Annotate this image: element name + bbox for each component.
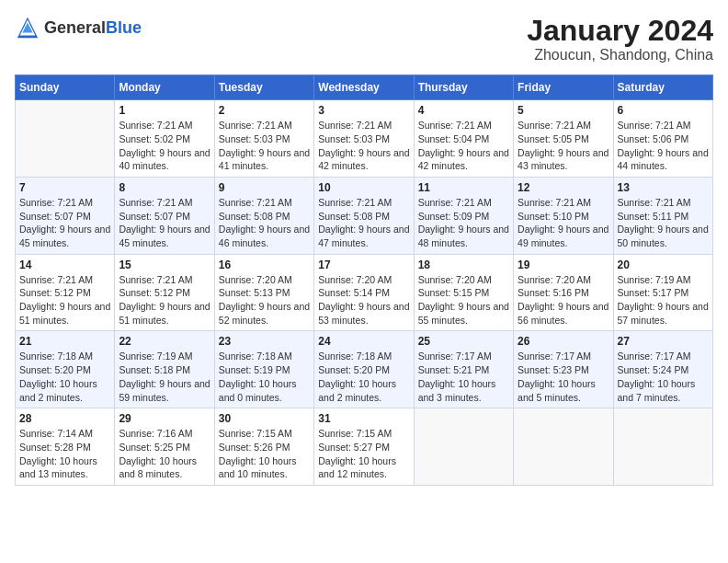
table-cell: 9Sunrise: 7:21 AM Sunset: 5:08 PM Daylig… — [214, 177, 313, 254]
day-info: Sunrise: 7:20 AM Sunset: 5:15 PM Dayligh… — [418, 273, 509, 327]
day-info: Sunrise: 7:21 AM Sunset: 5:02 PM Dayligh… — [119, 119, 210, 173]
calendar-row: 1Sunrise: 7:21 AM Sunset: 5:02 PM Daylig… — [16, 100, 713, 178]
calendar-row: 7Sunrise: 7:21 AM Sunset: 5:07 PM Daylig… — [16, 177, 713, 254]
table-cell — [414, 408, 513, 486]
day-info: Sunrise: 7:21 AM Sunset: 5:12 PM Dayligh… — [19, 273, 110, 327]
page-header: GeneralBlue January 2024 Zhoucun, Shando… — [15, 15, 713, 63]
table-cell: 23Sunrise: 7:18 AM Sunset: 5:19 PM Dayli… — [214, 331, 313, 408]
table-cell: 11Sunrise: 7:21 AM Sunset: 5:09 PM Dayli… — [414, 177, 513, 254]
day-number: 1 — [119, 104, 210, 117]
day-number: 21 — [19, 335, 110, 348]
day-info: Sunrise: 7:17 AM Sunset: 5:23 PM Dayligh… — [518, 350, 609, 404]
table-cell: 10Sunrise: 7:21 AM Sunset: 5:08 PM Dayli… — [314, 177, 414, 254]
day-info: Sunrise: 7:21 AM Sunset: 5:07 PM Dayligh… — [19, 196, 110, 250]
table-cell: 19Sunrise: 7:20 AM Sunset: 5:16 PM Dayli… — [514, 254, 613, 331]
day-number: 10 — [318, 181, 409, 194]
table-cell: 26Sunrise: 7:17 AM Sunset: 5:23 PM Dayli… — [514, 331, 613, 408]
table-cell: 3Sunrise: 7:21 AM Sunset: 5:03 PM Daylig… — [314, 100, 414, 178]
day-info: Sunrise: 7:18 AM Sunset: 5:20 PM Dayligh… — [318, 350, 409, 404]
table-cell: 28Sunrise: 7:14 AM Sunset: 5:28 PM Dayli… — [16, 408, 115, 486]
table-cell: 25Sunrise: 7:17 AM Sunset: 5:21 PM Dayli… — [414, 331, 513, 408]
table-cell: 6Sunrise: 7:21 AM Sunset: 5:06 PM Daylig… — [613, 100, 712, 178]
day-info: Sunrise: 7:19 AM Sunset: 5:18 PM Dayligh… — [119, 350, 210, 404]
table-cell: 12Sunrise: 7:21 AM Sunset: 5:10 PM Dayli… — [514, 177, 613, 254]
day-number: 19 — [518, 259, 609, 271]
table-cell — [613, 408, 712, 486]
day-info: Sunrise: 7:16 AM Sunset: 5:25 PM Dayligh… — [119, 427, 210, 481]
col-friday: Friday — [514, 75, 613, 100]
day-number: 16 — [219, 259, 310, 271]
table-cell: 8Sunrise: 7:21 AM Sunset: 5:07 PM Daylig… — [115, 177, 214, 254]
day-info: Sunrise: 7:21 AM Sunset: 5:05 PM Dayligh… — [518, 119, 609, 173]
day-info: Sunrise: 7:20 AM Sunset: 5:13 PM Dayligh… — [219, 273, 310, 327]
logo-icon — [15, 15, 40, 40]
table-cell: 27Sunrise: 7:17 AM Sunset: 5:24 PM Dayli… — [613, 331, 712, 408]
day-info: Sunrise: 7:21 AM Sunset: 5:03 PM Dayligh… — [318, 119, 409, 173]
location-title: Zhoucun, Shandong, China — [527, 47, 713, 63]
table-cell — [16, 100, 115, 178]
day-number: 26 — [518, 335, 609, 348]
table-cell: 7Sunrise: 7:21 AM Sunset: 5:07 PM Daylig… — [16, 177, 115, 254]
day-number: 27 — [618, 335, 709, 348]
day-number: 14 — [19, 259, 110, 271]
day-info: Sunrise: 7:21 AM Sunset: 5:04 PM Dayligh… — [418, 119, 509, 173]
logo-text: GeneralBlue — [44, 18, 142, 38]
day-info: Sunrise: 7:15 AM Sunset: 5:26 PM Dayligh… — [219, 427, 310, 481]
col-thursday: Thursday — [414, 75, 513, 100]
table-cell: 5Sunrise: 7:21 AM Sunset: 5:05 PM Daylig… — [514, 100, 613, 178]
day-number: 23 — [219, 335, 310, 348]
header-row: Sunday Monday Tuesday Wednesday Thursday… — [16, 75, 713, 100]
day-number: 8 — [119, 181, 210, 194]
month-title: January 2024 — [527, 15, 713, 47]
day-number: 25 — [418, 335, 509, 348]
table-cell: 20Sunrise: 7:19 AM Sunset: 5:17 PM Dayli… — [613, 254, 712, 331]
table-cell: 22Sunrise: 7:19 AM Sunset: 5:18 PM Dayli… — [115, 331, 214, 408]
col-saturday: Saturday — [613, 75, 712, 100]
day-info: Sunrise: 7:17 AM Sunset: 5:24 PM Dayligh… — [618, 350, 709, 404]
logo-blue: Blue — [106, 18, 142, 37]
day-number: 31 — [318, 412, 409, 425]
day-number: 15 — [119, 259, 210, 271]
day-info: Sunrise: 7:21 AM Sunset: 5:08 PM Dayligh… — [219, 196, 310, 250]
day-number: 3 — [318, 104, 409, 117]
table-cell: 13Sunrise: 7:21 AM Sunset: 5:11 PM Dayli… — [613, 177, 712, 254]
logo-general: General — [44, 18, 106, 37]
day-number: 18 — [418, 259, 509, 271]
day-info: Sunrise: 7:21 AM Sunset: 5:10 PM Dayligh… — [518, 196, 609, 250]
day-number: 5 — [518, 104, 609, 117]
day-info: Sunrise: 7:21 AM Sunset: 5:11 PM Dayligh… — [618, 196, 709, 250]
day-info: Sunrise: 7:21 AM Sunset: 5:08 PM Dayligh… — [318, 196, 409, 250]
day-number: 29 — [119, 412, 210, 425]
col-sunday: Sunday — [16, 75, 115, 100]
day-number: 9 — [219, 181, 310, 194]
table-cell: 4Sunrise: 7:21 AM Sunset: 5:04 PM Daylig… — [414, 100, 513, 178]
col-wednesday: Wednesday — [314, 75, 414, 100]
day-number: 13 — [618, 181, 709, 194]
logo: GeneralBlue — [15, 15, 142, 40]
table-cell: 24Sunrise: 7:18 AM Sunset: 5:20 PM Dayli… — [314, 331, 414, 408]
day-number: 2 — [219, 104, 310, 117]
day-number: 22 — [119, 335, 210, 348]
calendar-row: 28Sunrise: 7:14 AM Sunset: 5:28 PM Dayli… — [16, 408, 713, 486]
table-cell — [514, 408, 613, 486]
day-number: 4 — [418, 104, 509, 117]
day-info: Sunrise: 7:21 AM Sunset: 5:03 PM Dayligh… — [219, 119, 310, 173]
day-number: 17 — [318, 259, 409, 271]
day-info: Sunrise: 7:15 AM Sunset: 5:27 PM Dayligh… — [318, 427, 409, 481]
day-number: 20 — [618, 259, 709, 271]
day-number: 24 — [318, 335, 409, 348]
day-info: Sunrise: 7:21 AM Sunset: 5:12 PM Dayligh… — [119, 273, 210, 327]
table-cell: 30Sunrise: 7:15 AM Sunset: 5:26 PM Dayli… — [214, 408, 313, 486]
col-monday: Monday — [115, 75, 214, 100]
table-cell: 2Sunrise: 7:21 AM Sunset: 5:03 PM Daylig… — [214, 100, 313, 178]
table-cell: 1Sunrise: 7:21 AM Sunset: 5:02 PM Daylig… — [115, 100, 214, 178]
table-cell: 29Sunrise: 7:16 AM Sunset: 5:25 PM Dayli… — [115, 408, 214, 486]
day-info: Sunrise: 7:20 AM Sunset: 5:16 PM Dayligh… — [518, 273, 609, 327]
table-cell: 18Sunrise: 7:20 AM Sunset: 5:15 PM Dayli… — [414, 254, 513, 331]
day-info: Sunrise: 7:21 AM Sunset: 5:07 PM Dayligh… — [119, 196, 210, 250]
day-number: 6 — [618, 104, 709, 117]
calendar-table: Sunday Monday Tuesday Wednesday Thursday… — [15, 75, 713, 486]
title-section: January 2024 Zhoucun, Shandong, China — [527, 15, 713, 63]
table-cell: 14Sunrise: 7:21 AM Sunset: 5:12 PM Dayli… — [16, 254, 115, 331]
table-cell: 16Sunrise: 7:20 AM Sunset: 5:13 PM Dayli… — [214, 254, 313, 331]
